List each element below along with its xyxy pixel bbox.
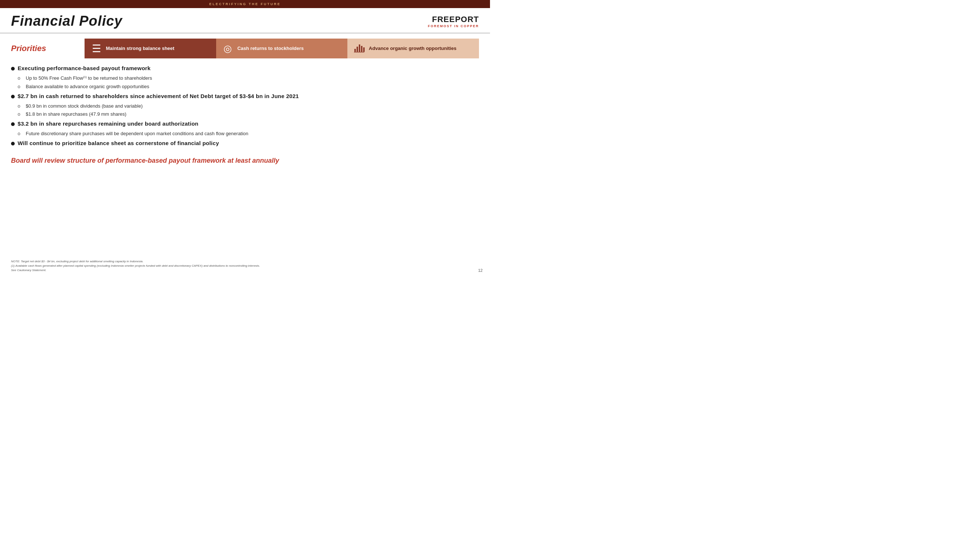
svg-rect-4 — [363, 48, 365, 52]
bullet-group-3: $3.2 bn in share repurchases remaining u… — [11, 121, 479, 137]
bullet-dot-3 — [11, 122, 15, 126]
logo-area: FREEPORT FOREMOST IN COPPER — [428, 15, 479, 28]
sub-bullet-text-2-2: $1.8 bn in share repurchases (47.9 mm sh… — [26, 111, 126, 118]
bullet-group-2: $2.7 bn in cash returned to shareholders… — [11, 93, 479, 118]
sub-bullet-1-1: o Up to 50% Free Cash Flow(1) to be retu… — [18, 75, 479, 82]
page-number: 12 — [478, 268, 483, 273]
bullet-dot-4 — [11, 142, 15, 146]
bullet-dot-1 — [11, 67, 15, 70]
sub-bullet-dot-1-2: o — [18, 84, 23, 89]
sub-bullet-text-1-1: Up to 50% Free Cash Flow(1) to be return… — [26, 75, 152, 82]
bullet-main-text-1: Executing performance-based payout frame… — [18, 65, 151, 71]
bullet-main-4: Will continue to prioritize balance shee… — [11, 140, 479, 146]
footer-note-1: NOTE: Target net debt $3 - $4 bn, exclud… — [11, 259, 472, 264]
sub-bullet-text-1-2: Balance available to advance organic gro… — [26, 83, 149, 90]
bullet-main-1: Executing performance-based payout frame… — [11, 65, 479, 71]
priority-card-cash-returns: ◎ Cash returns to stockholders — [216, 38, 348, 59]
priority-card-organic-growth: Advance organic growth opportunities — [347, 38, 479, 59]
bullet-group-1: Executing performance-based payout frame… — [11, 65, 479, 90]
bullet-group-4: Will continue to prioritize balance shee… — [11, 140, 479, 146]
organic-growth-label: Advance organic growth opportunities — [369, 46, 456, 52]
sub-bullet-3-1: o Future discretionary share purchases w… — [18, 130, 479, 137]
cash-returns-label: Cash returns to stockholders — [237, 46, 304, 52]
sub-bullet-text-2-1: $0.9 bn in common stock dividends (base … — [26, 103, 143, 110]
footer-note-2: (1) Available cash flows generated after… — [11, 264, 472, 268]
sub-bullet-dot-2-2: o — [18, 111, 23, 117]
top-banner: ELECTRIFYING THE FUTURE — [0, 0, 490, 8]
sub-bullets-3: o Future discretionary share purchases w… — [18, 130, 479, 137]
sub-bullets-2: o $0.9 bn in common stock dividends (bas… — [18, 103, 479, 118]
priority-cards: ☰ Maintain strong balance sheet ◎ Cash r… — [84, 38, 479, 59]
balance-sheet-label: Maintain strong balance sheet — [106, 46, 174, 52]
svg-rect-3 — [361, 46, 363, 52]
sub-bullet-dot-2-1: o — [18, 103, 23, 109]
sub-bullet-1-2: o Balance available to advance organic g… — [18, 83, 479, 90]
sub-bullet-2-1: o $0.9 bn in common stock dividends (bas… — [18, 103, 479, 110]
banner-text: ELECTRIFYING THE FUTURE — [209, 2, 281, 6]
bottom-highlight-text: Board will review structure of performan… — [11, 157, 279, 164]
main-content: Executing performance-based payout frame… — [0, 62, 490, 152]
priority-card-balance-sheet: ☰ Maintain strong balance sheet — [84, 38, 216, 59]
bottom-highlight: Board will review structure of performan… — [11, 155, 479, 167]
sub-bullet-2-2: o $1.8 bn in share repurchases (47.9 mm … — [18, 111, 479, 118]
sub-bullet-dot-1-1: o — [18, 75, 23, 81]
logo-tagline: FOREMOST IN COPPER — [428, 24, 479, 28]
bullet-main-text-2: $2.7 bn in cash returned to shareholders… — [18, 93, 299, 99]
svg-rect-1 — [356, 47, 358, 52]
bullet-main-2: $2.7 bn in cash returned to shareholders… — [11, 93, 479, 99]
priorities-section: Priorities ☰ Maintain strong balance she… — [11, 38, 479, 59]
svg-rect-2 — [359, 44, 360, 52]
cash-returns-icon: ◎ — [222, 43, 234, 54]
bullet-dot-2 — [11, 95, 15, 98]
priorities-label-container: Priorities — [11, 38, 84, 59]
sub-bullet-dot-3-1: o — [18, 131, 23, 136]
logo-name: FREEPORT — [432, 15, 479, 24]
priorities-label: Priorities — [11, 44, 46, 53]
bullet-main-text-4: Will continue to prioritize balance shee… — [18, 140, 219, 146]
header: Financial Policy FREEPORT FOREMOST IN CO… — [0, 8, 490, 33]
svg-rect-0 — [354, 49, 356, 52]
sub-bullet-text-3-1: Future discretionary share purchases wil… — [26, 130, 248, 137]
footer-notes: NOTE: Target net debt $3 - $4 bn, exclud… — [11, 259, 472, 273]
page-title: Financial Policy — [11, 13, 123, 29]
bullet-main-text-3: $3.2 bn in share repurchases remaining u… — [18, 121, 199, 127]
footer-note-3: See Cautionary Statement. — [11, 268, 472, 273]
sub-bullets-1: o Up to 50% Free Cash Flow(1) to be retu… — [18, 75, 479, 90]
balance-sheet-icon: ☰ — [91, 43, 102, 55]
organic-growth-icon — [353, 42, 365, 55]
bullet-main-3: $3.2 bn in share repurchases remaining u… — [11, 121, 479, 127]
